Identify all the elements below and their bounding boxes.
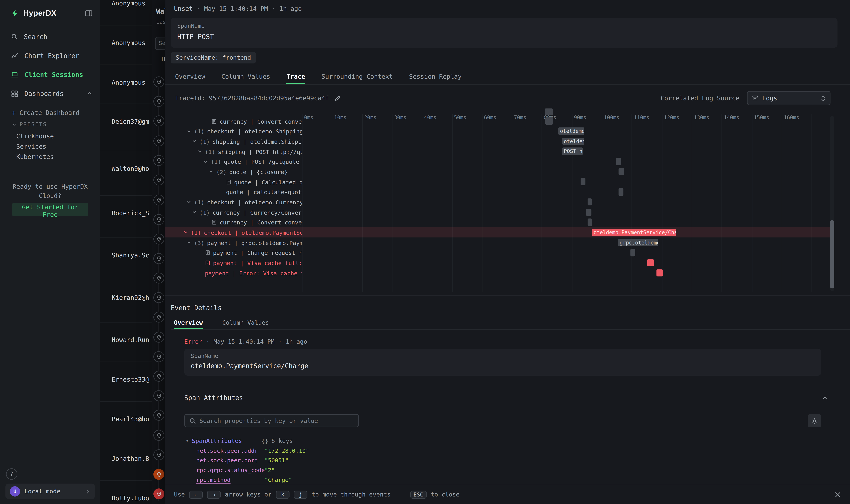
span-bar[interactable] — [619, 168, 624, 175]
chevron-down-icon[interactable] — [186, 240, 191, 245]
sidebar-item-chart-explorer[interactable]: Chart Explorer — [0, 46, 100, 65]
sidebar-item-client-sessions[interactable]: Client Sessions — [0, 65, 100, 84]
tab-surrounding-context[interactable]: Surrounding Context — [321, 70, 393, 84]
close-icon[interactable] — [834, 491, 841, 498]
span-bar[interactable]: POST htt — [562, 148, 583, 155]
list-item[interactable]: Roderick_S — [112, 209, 149, 217]
event-pin-icon[interactable] — [153, 312, 164, 322]
attribute-key[interactable]: net.sock.peer.addr — [196, 447, 265, 454]
help-button[interactable]: ? — [6, 468, 17, 480]
create-dashboard-button[interactable]: + Create Dashboard — [12, 107, 100, 118]
span-row[interactable]: (1)checkout | oteldemo.ShippingSe… — [165, 126, 302, 137]
sidebar-item-services[interactable]: Services — [12, 141, 100, 152]
event-pin-icon[interactable] — [153, 371, 164, 382]
span-row[interactable]: (1)shipping | POST http://quo… — [165, 146, 302, 157]
event-pin-icon[interactable] — [153, 234, 164, 245]
tab-trace[interactable]: Trace — [286, 70, 305, 84]
list-item[interactable]: Anonymous — [112, 0, 145, 7]
attribute-value[interactable]: "50051" — [265, 457, 289, 463]
list-item[interactable]: Walton9@ho — [112, 165, 149, 173]
span-bar[interactable] — [630, 249, 635, 256]
session-tab[interactable]: H — [162, 56, 165, 63]
span-row[interactable]: (1)checkout | oteldemo.CurrencySe… — [165, 197, 302, 208]
attribute-value[interactable]: "2" — [265, 467, 275, 473]
span-row[interactable]: quote | Calculated q… — [165, 177, 302, 187]
span-bar[interactable] — [656, 269, 663, 276]
sidebar-item-search[interactable]: Search — [0, 27, 100, 46]
event-pin-icon[interactable] — [153, 253, 164, 264]
list-item[interactable]: Ernesto33@ — [112, 376, 149, 383]
span-bar[interactable]: grpc.oteldemo. — [618, 239, 658, 246]
tab-column-values[interactable]: Column Values — [221, 70, 270, 84]
chevron-down-icon[interactable] — [203, 159, 208, 164]
span-bar[interactable] — [545, 118, 553, 125]
attributes-search-input[interactable]: Search properties by key or value — [184, 414, 359, 427]
event-pin-icon[interactable] — [153, 449, 164, 460]
span-bar[interactable] — [619, 188, 623, 196]
tab-session-replay[interactable]: Session Replay — [409, 70, 462, 84]
list-item[interactable]: Jonathan.B — [112, 455, 149, 463]
attribute-row[interactable]: net.sock.peer.port"50051" — [196, 457, 288, 463]
attributes-root-key[interactable]: SpanAttributes — [192, 437, 242, 444]
list-item[interactable]: Pearl43@ho — [112, 415, 149, 423]
chevron-down-icon[interactable] — [192, 210, 197, 215]
settings-button[interactable] — [808, 414, 821, 427]
span-row[interactable]: payment | Error: Visa cache ful… — [165, 268, 302, 278]
sidebar-item-clickhouse[interactable]: Clickhouse — [12, 131, 100, 141]
scrollbar-thumb[interactable] — [830, 220, 834, 288]
chevron-down-icon[interactable] — [186, 129, 191, 134]
attribute-key[interactable]: rpc.method — [196, 476, 265, 483]
event-pin-icon[interactable] — [153, 115, 164, 126]
list-item[interactable]: Dolly.Lubo — [112, 494, 149, 502]
chevron-down-icon[interactable] — [186, 200, 191, 204]
sidebar-item-dashboards[interactable]: Dashboards — [0, 84, 100, 103]
event-warning-icon[interactable] — [153, 469, 164, 480]
span-bar[interactable]: oteldemo.PaymentService/Char — [592, 229, 676, 236]
event-pin-icon[interactable] — [153, 332, 164, 343]
span-row[interactable]: (1)quote | POST /getquote — [165, 157, 302, 167]
chevron-down-icon[interactable] — [192, 139, 197, 144]
span-row[interactable]: (3)payment | grpc.oteldemo.Paymen… — [165, 237, 302, 248]
local-mode-button[interactable]: U Local mode — [5, 484, 95, 499]
span-row[interactable]: payment | Visa cache full: c… — [165, 258, 302, 268]
event-pin-icon[interactable] — [153, 195, 164, 205]
service-tag[interactable]: ServiceName: frontend — [171, 52, 256, 63]
event-pin-icon[interactable] — [153, 351, 164, 362]
chevron-down-icon[interactable] — [209, 169, 214, 174]
event-pin-icon[interactable] — [153, 292, 164, 303]
event-pin-icon[interactable] — [153, 273, 164, 284]
event-pin-icon[interactable] — [153, 76, 164, 87]
attribute-value[interactable]: "172.28.0.10" — [265, 447, 309, 454]
span-bar[interactable] — [588, 218, 592, 226]
list-item[interactable]: Deion37@gm — [112, 118, 149, 125]
event-error-icon[interactable] — [153, 488, 164, 499]
event-pin-icon[interactable] — [153, 390, 164, 401]
attribute-row[interactable]: net.sock.peer.addr"172.28.0.10" — [196, 447, 309, 454]
event-pin-icon[interactable] — [153, 96, 164, 107]
span-row[interactable]: currency | Convert convers… — [165, 217, 302, 228]
collapse-section-icon[interactable] — [822, 395, 828, 401]
attribute-row[interactable]: rpc.method"Charge" — [196, 476, 292, 483]
event-pin-icon[interactable] — [153, 214, 164, 225]
waterfall-scrollbar[interactable] — [830, 116, 834, 291]
span-row[interactable]: currency | Convert convers… — [165, 116, 302, 126]
event-pin-icon[interactable] — [153, 155, 164, 166]
span-row[interactable]: (2)quote | {closure} — [165, 166, 302, 177]
list-item[interactable]: Anonymous — [112, 79, 145, 86]
span-bar[interactable] — [647, 259, 654, 267]
attributes-root-row[interactable]: ▾ SpanAttributes {} 6 keys — [186, 437, 293, 444]
session-search-input[interactable]: Sea — [155, 37, 165, 50]
presets-section-toggle[interactable]: PRESETS — [12, 121, 100, 127]
span-bar[interactable] — [588, 198, 592, 205]
get-started-button[interactable]: Get Started for Free — [12, 203, 88, 216]
attribute-row[interactable]: rpc.grpc.status_code"2" — [196, 467, 275, 473]
sidebar-item-kubernetes[interactable]: Kubernetes — [12, 152, 100, 162]
tab-overview[interactable]: Overview — [174, 318, 203, 329]
span-row[interactable]: (1)currency | Currency/Convert — [165, 207, 302, 217]
span-bar[interactable] — [581, 178, 585, 185]
event-pin-icon[interactable] — [153, 430, 164, 441]
span-row[interactable]: (1)shipping | oteldemo.Shipping… — [165, 136, 302, 146]
tab-column-values[interactable]: Column Values — [222, 318, 269, 329]
chevron-down-icon[interactable] — [183, 230, 188, 235]
list-item[interactable]: Howard.Run — [112, 336, 149, 344]
